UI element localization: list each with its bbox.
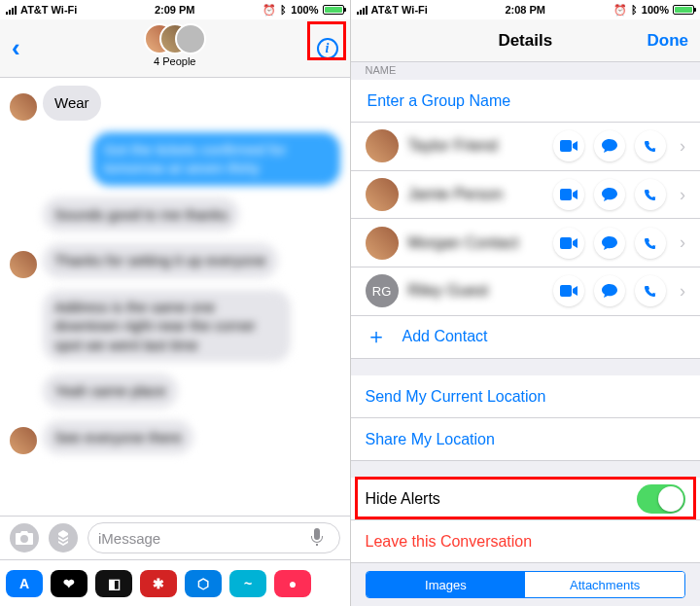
info-button[interactable]: i xyxy=(317,38,338,59)
facetime-video-button[interactable] xyxy=(553,130,584,161)
plus-icon: ＋ xyxy=(366,322,387,351)
avatar xyxy=(10,93,37,121)
app-store-icon[interactable]: A xyxy=(6,570,43,597)
carrier-label: AT&T Wi-Fi xyxy=(20,4,77,16)
facetime-video-button[interactable] xyxy=(553,179,584,210)
message-button[interactable] xyxy=(594,228,625,259)
avatar xyxy=(366,178,399,211)
messages-screen: AT&T Wi-Fi 2:09 PM ⏰ ᛒ 100% ‹ 4 People i… xyxy=(0,0,350,606)
app-venmo-icon[interactable]: ~ xyxy=(229,570,266,597)
message-in: Sounds good to me thanks xyxy=(43,197,239,232)
person-name: Riley Guest xyxy=(408,282,544,300)
done-button[interactable]: Done xyxy=(648,31,689,51)
hide-alerts-cell: Hide Alerts xyxy=(351,478,701,520)
message-button[interactable] xyxy=(594,275,625,306)
signal-icon xyxy=(6,6,17,15)
hide-alerts-label: Hide Alerts xyxy=(366,490,440,508)
section-header-name: Name xyxy=(351,62,701,80)
chevron-right-icon: › xyxy=(680,136,685,157)
send-location-button[interactable]: Send My Current Location xyxy=(351,375,701,418)
message-in: See everyone there xyxy=(43,420,193,455)
alarm-icon: ⏰ xyxy=(613,4,627,17)
group-subtitle: 4 People xyxy=(144,55,206,67)
call-button[interactable] xyxy=(635,275,666,306)
segment-images[interactable]: Images xyxy=(367,572,526,597)
app-drawer[interactable]: A ❤ ◧ ✱ ⬡ ~ ● xyxy=(0,559,350,606)
conversation-header: ‹ 4 People i xyxy=(0,19,350,78)
svg-rect-2 xyxy=(560,237,572,249)
back-button[interactable]: ‹ xyxy=(12,33,20,63)
alarm-icon: ⏰ xyxy=(262,4,276,17)
apps-icon[interactable] xyxy=(49,523,78,553)
battery-percent: 100% xyxy=(291,4,318,16)
battery-percent: 100% xyxy=(642,4,669,16)
app-hearts-icon[interactable]: ❤ xyxy=(51,570,88,597)
group-avatars[interactable] xyxy=(144,23,206,54)
message-in: Yeah same place xyxy=(43,374,178,409)
svg-rect-3 xyxy=(560,285,572,297)
svg-rect-0 xyxy=(560,140,572,152)
person-row[interactable]: RG Riley Guest › xyxy=(351,267,701,316)
details-header: Details Done xyxy=(351,19,701,62)
app-more-icon[interactable]: ● xyxy=(274,570,311,597)
battery-icon xyxy=(673,5,694,15)
call-button[interactable] xyxy=(635,228,666,259)
message-input[interactable]: iMessage xyxy=(88,522,340,553)
person-name: Morgan Contact xyxy=(408,234,544,252)
message-button[interactable] xyxy=(594,130,625,161)
details-screen: AT&T Wi-Fi 2:08 PM ⏰ ᛒ 100% Details Done… xyxy=(350,0,701,606)
camera-icon[interactable] xyxy=(10,523,39,553)
person-row[interactable]: Jamie Person › xyxy=(351,171,701,220)
facetime-video-button[interactable] xyxy=(553,228,584,259)
call-button[interactable] xyxy=(635,130,666,161)
message-in: Address is the same one downtown right n… xyxy=(43,290,291,363)
svg-rect-1 xyxy=(560,189,572,200)
facetime-video-button[interactable] xyxy=(553,275,584,306)
chevron-right-icon: › xyxy=(680,185,685,205)
app-giphy-icon[interactable]: ◧ xyxy=(95,570,132,597)
person-name: Taylor Friend xyxy=(408,137,544,155)
avatar xyxy=(366,227,399,260)
clock: 2:08 PM xyxy=(505,4,545,16)
message-out: Got the tickets confirmed for tomorrow a… xyxy=(92,132,340,186)
clock: 2:09 PM xyxy=(155,4,195,16)
group-name-input[interactable] xyxy=(366,91,686,111)
compose-bar: iMessage xyxy=(0,516,350,559)
call-button[interactable] xyxy=(635,179,666,210)
person-row[interactable]: Morgan Contact › xyxy=(351,219,701,267)
chevron-right-icon: › xyxy=(680,281,685,302)
bluetooth-icon: ᛒ xyxy=(631,4,638,16)
status-bar: AT&T Wi-Fi 2:08 PM ⏰ ᛒ 100% xyxy=(351,0,701,19)
status-bar: AT&T Wi-Fi 2:09 PM ⏰ ᛒ 100% xyxy=(0,0,350,19)
add-contact-label: Add Contact xyxy=(402,328,488,345)
leave-conversation-button[interactable]: Leave this Conversation xyxy=(351,520,701,563)
avatar xyxy=(10,427,37,454)
page-title: Details xyxy=(498,31,552,51)
message-button[interactable] xyxy=(594,179,625,210)
app-yelp-icon[interactable]: ✱ xyxy=(140,570,177,597)
bluetooth-icon: ᛒ xyxy=(280,4,287,16)
carrier-label: AT&T Wi-Fi xyxy=(371,4,428,16)
message-in: Thanks for setting it up everyone xyxy=(43,243,278,278)
avatar xyxy=(366,129,399,162)
signal-icon xyxy=(357,6,368,15)
chevron-right-icon: › xyxy=(680,232,685,253)
battery-icon xyxy=(323,5,344,15)
app-dropbox-icon[interactable]: ⬡ xyxy=(185,570,222,597)
person-row[interactable]: Taylor Friend › xyxy=(351,123,701,171)
mic-icon[interactable] xyxy=(310,528,330,548)
details-content[interactable]: Name Taylor Friend › Jamie Person xyxy=(351,62,701,606)
message-list[interactable]: Wear Got the tickets confirmed for tomor… xyxy=(0,78,350,516)
add-contact-button[interactable]: ＋ Add Contact xyxy=(351,316,701,359)
hide-alerts-toggle[interactable] xyxy=(637,484,685,514)
message-placeholder: iMessage xyxy=(98,530,160,547)
message-in: Wear xyxy=(43,86,101,121)
avatar xyxy=(10,251,37,278)
person-name: Jamie Person xyxy=(408,186,544,203)
group-name-cell[interactable] xyxy=(351,80,701,123)
attachments-segment[interactable]: Images Attachments xyxy=(366,571,686,598)
segment-attachments[interactable]: Attachments xyxy=(525,572,684,597)
share-location-button[interactable]: Share My Location xyxy=(351,418,701,461)
avatar: RG xyxy=(366,274,399,307)
